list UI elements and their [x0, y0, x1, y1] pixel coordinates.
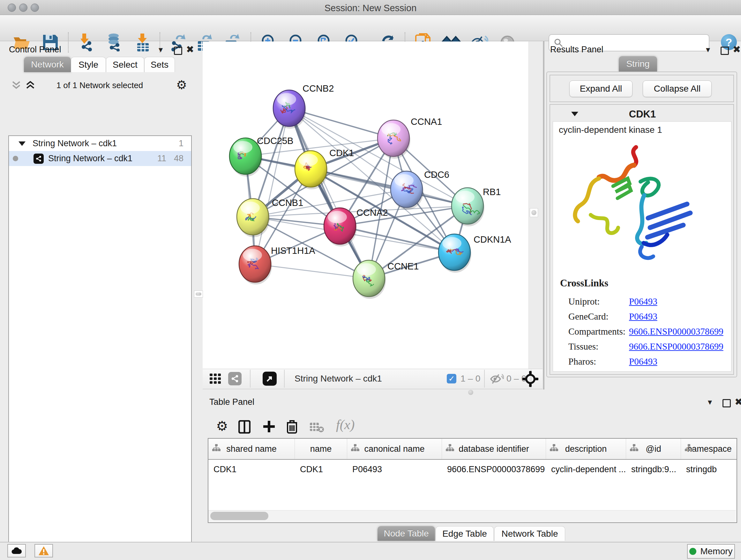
network-node-cdc6[interactable]: CDC6 [391, 170, 449, 210]
section-body: cyclin-dependent kinase 1 [553, 121, 731, 372]
column-header-namespace[interactable]: namespace [681, 439, 738, 459]
node-label: CDK1 [329, 148, 354, 158]
tab-node-table[interactable]: Node Table [378, 526, 435, 541]
network-edge[interactable] [255, 108, 289, 264]
function-builder-icon[interactable]: f(x) [336, 417, 354, 432]
network-node-cdc25b[interactable]: CDC25B [229, 136, 293, 177]
show-columns-icon[interactable] [239, 420, 251, 434]
table-settings-gear-icon[interactable]: ⚙ [216, 418, 228, 434]
panel-float-icon[interactable] [723, 399, 731, 408]
panel-close-icon[interactable]: ✖ [735, 397, 741, 407]
cell-name[interactable]: CDK1 [295, 460, 347, 479]
column-header-name[interactable]: name [295, 439, 347, 459]
genecard-link[interactable]: P06493 [629, 311, 657, 321]
collection-expand-icon[interactable] [18, 141, 25, 146]
memory-button[interactable]: Memory [687, 544, 735, 559]
node-label: CCNE1 [387, 261, 419, 271]
column-header-description[interactable]: description [546, 439, 626, 459]
tab-network[interactable]: Network [24, 57, 71, 72]
grid-view-icon[interactable] [210, 374, 222, 384]
network-edge-count: 48 [174, 153, 184, 164]
tab-sets[interactable]: Sets [144, 57, 175, 72]
network-node-ccnb2[interactable]: CCNB2 [273, 83, 334, 129]
main-toolbar: ? [0, 15, 741, 41]
add-column-icon[interactable] [263, 420, 275, 433]
crosslinks-labels: Uniprot: GeneCard: Compartments: Tissues… [568, 294, 625, 369]
cell-canonical-name[interactable]: P06493 [347, 460, 442, 479]
column-header-shared-name[interactable]: shared name [208, 439, 295, 459]
panel-close-icon[interactable]: ✖ [186, 45, 194, 54]
panel-menu-icon[interactable]: ▾ [708, 398, 712, 406]
network-view-bar: String Network – cdk1 ✓ 1 – 0 0 – 0 [203, 369, 542, 389]
network-options-gear-icon[interactable]: ⚙ [176, 78, 187, 92]
expand-collapse-box: Expand All Collapse All [549, 75, 734, 102]
table-header-row: shared name name canonical name database… [208, 439, 737, 460]
panel-float-icon[interactable] [721, 47, 729, 55]
collapse-all-button[interactable]: Collapse All [643, 80, 712, 97]
compartments-link[interactable]: 9606.ENSP00000378699 [629, 326, 724, 336]
tissues-link[interactable]: 9606.ENSP00000378699 [629, 341, 724, 352]
tab-network-table[interactable]: Network Table [494, 526, 565, 541]
panel-menu-icon[interactable]: ▾ [158, 45, 163, 54]
table-row[interactable]: CDK1 CDK1 P06493 9606.ENSP00000378699 cy… [208, 460, 737, 479]
network-selection-status: 1 of 1 Network selected [0, 80, 199, 90]
collection-label: String Network – cdk1 [32, 138, 117, 148]
control-panel-title: Control Panel [9, 45, 61, 55]
crosslinks-values: P06493 P06493 9606.ENSP00000378699 9606.… [629, 294, 724, 369]
detach-view-icon[interactable] [263, 372, 277, 386]
cell-id[interactable]: stringdb:9... [626, 460, 681, 479]
selected-nodes-checkbox[interactable]: ✓ [447, 374, 456, 383]
memory-status-dot [689, 548, 696, 555]
panel-menu-icon[interactable]: ▾ [706, 45, 710, 54]
hidden-items-icon[interactable] [490, 374, 504, 384]
cdk1-section: CDK1 cyclin-dependent kinase 1 [549, 104, 734, 375]
string-view-icon[interactable] [228, 372, 242, 385]
crosslink-label: GeneCard: [568, 309, 625, 324]
warning-icon [38, 546, 49, 556]
cell-database-identifier[interactable]: 9606.ENSP00000378699 [442, 460, 546, 479]
delete-table-icon[interactable] [310, 422, 324, 432]
scrollbar-thumb[interactable] [210, 512, 268, 520]
panel-float-icon[interactable] [174, 47, 182, 55]
tab-edge-table[interactable]: Edge Table [435, 526, 494, 541]
delete-column-icon[interactable] [286, 420, 298, 434]
protein-description: cyclin-dependent kinase 1 [559, 125, 662, 135]
network-label: String Network – cdk1 [48, 153, 132, 164]
cell-description[interactable]: cyclin-dependent ... [546, 460, 626, 479]
node-label: CDC6 [424, 170, 449, 180]
table-horizontal-scrollbar[interactable] [208, 510, 736, 522]
network-node-cdkn1a[interactable]: CDKN1A [439, 234, 511, 273]
selected-count: 1 – 0 [461, 374, 480, 384]
left-splitter-handle[interactable] [194, 291, 203, 298]
node-label: CCNB2 [302, 83, 334, 94]
cell-namespace[interactable]: stringdb [681, 460, 738, 479]
bottom-splitter-handle[interactable] [468, 390, 473, 395]
warnings-button[interactable] [35, 544, 53, 557]
tab-string[interactable]: String [619, 56, 657, 71]
tab-style[interactable]: Style [71, 57, 106, 72]
pharos-link[interactable]: P06493 [629, 356, 657, 367]
cloud-button[interactable] [7, 544, 26, 557]
results-panel-title: Results Panel [550, 45, 603, 55]
birds-eye-view-icon[interactable] [522, 370, 539, 388]
network-edge[interactable] [255, 264, 369, 278]
node-label: CDKN1A [474, 234, 511, 245]
column-header-database-identifier[interactable]: database identifier [442, 439, 546, 459]
network-row[interactable]: String Network – cdk1 11 48 [9, 151, 191, 166]
network-node-rb1[interactable]: RB1 [452, 187, 501, 226]
table-panel-title: Table Panel [209, 397, 254, 407]
tab-select[interactable]: Select [106, 57, 144, 72]
right-splitter-handle[interactable] [530, 208, 538, 217]
uniprot-link[interactable]: P06493 [629, 296, 657, 307]
network-node-hist1h1a[interactable]: HIST1H1A [239, 246, 315, 285]
column-header-canonical-name[interactable]: canonical name [347, 439, 442, 459]
expand-all-button[interactable]: Expand All [569, 80, 632, 97]
cell-shared-name[interactable]: CDK1 [208, 460, 295, 479]
network-collection-row[interactable]: String Network – cdk1 1 [9, 136, 191, 151]
column-header-id[interactable]: @id [626, 439, 681, 459]
network-graph[interactable]: CCNB2CCNA1CDC25BCDK1CDC6RB1CCNB1CCNA2CDK… [203, 42, 529, 369]
view-bar-separator [484, 370, 485, 388]
crosslink-label: Compartments: [568, 324, 625, 339]
crosslink-label: Uniprot: [568, 294, 625, 309]
panel-close-icon[interactable]: ✖ [733, 45, 741, 54]
